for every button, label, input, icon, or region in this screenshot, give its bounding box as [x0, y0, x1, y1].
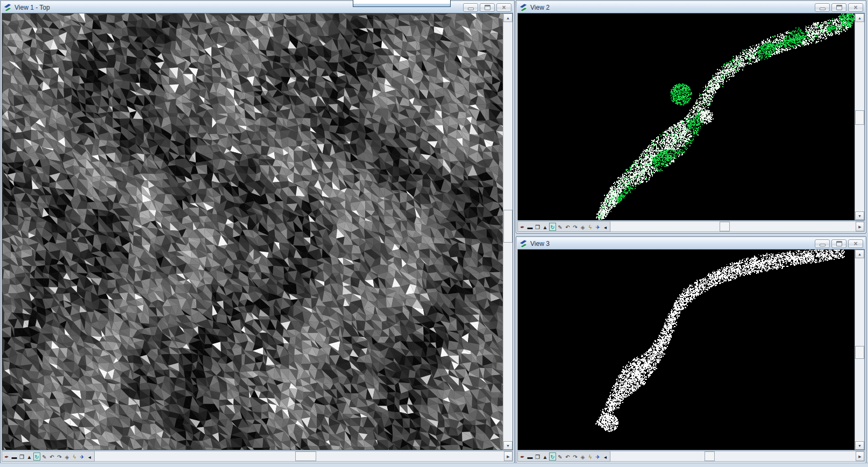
maximize-icon: [485, 5, 490, 10]
titlebar-view3[interactable]: View 3 ×: [517, 238, 865, 249]
fit-view-icon[interactable]: ▲: [542, 223, 549, 231]
scroll-right-button[interactable]: ▶: [856, 222, 864, 231]
window-area-icon[interactable]: ❐: [534, 223, 541, 231]
minimize-button[interactable]: [815, 239, 830, 248]
microstation-logo-icon[interactable]: [3, 3, 12, 12]
horizontal-scrollbar[interactable]: ▶: [610, 221, 865, 232]
view-window-3: View 3 × ▲▼ ✒▬❐▲↻✎↶↷◈ϟ✈◂ ▶: [516, 236, 866, 463]
close-button[interactable]: ×: [496, 3, 511, 12]
scroll-right-button[interactable]: ▶: [856, 451, 864, 461]
pan-view-icon[interactable]: ✎: [557, 223, 564, 231]
fly-view-icon[interactable]: ✈: [594, 452, 601, 461]
close-button[interactable]: ×: [848, 3, 863, 12]
window-title: View 1 - Top: [15, 4, 50, 11]
window-controls: ×: [463, 3, 511, 12]
update-view-icon[interactable]: ✒: [3, 452, 10, 461]
view-bottom-bar: ✒▬❐▲↻✎↶↷◈ϟ✈◂ ▶: [2, 451, 513, 462]
clip-volume-icon[interactable]: ϟ: [587, 223, 594, 231]
copy-view-icon[interactable]: ◈: [63, 452, 70, 461]
scroll-up-button[interactable]: ▲: [855, 13, 864, 22]
view-previous-icon[interactable]: ↶: [564, 223, 571, 231]
copy-view-icon[interactable]: ◈: [579, 223, 586, 231]
horizontal-scroll-thumb[interactable]: [295, 451, 316, 461]
microstation-logo-icon[interactable]: [519, 239, 528, 248]
horizontal-scrollbar[interactable]: ▶: [610, 451, 865, 462]
view-next-icon[interactable]: ↷: [572, 452, 579, 461]
viewport-canvas-view3[interactable]: [518, 250, 855, 450]
view-control-toolbar: ✒▬❐▲↻✎↶↷◈ϟ✈◂: [517, 451, 610, 462]
close-icon: ×: [853, 240, 857, 247]
horizontal-scrollbar[interactable]: ▶: [95, 451, 513, 462]
background-dialog-fragment[interactable]: [353, 0, 451, 7]
vertical-scrollbar[interactable]: ▲▼: [855, 250, 864, 450]
vertical-scroll-thumb[interactable]: [855, 346, 864, 359]
update-view-icon[interactable]: ✒: [519, 452, 526, 461]
clip-volume-icon[interactable]: ϟ: [71, 452, 78, 461]
view-bottom-bar: ✒▬❐▲↻✎↶↷◈ϟ✈◂ ▶: [517, 451, 865, 462]
view-previous-icon[interactable]: ↶: [48, 452, 55, 461]
rotate-view-icon[interactable]: ↻: [549, 452, 556, 461]
pan-view-icon[interactable]: ✎: [557, 452, 564, 461]
maximize-icon: [836, 5, 842, 10]
clip-volume-icon[interactable]: ϟ: [587, 452, 594, 461]
scroll-left-icon[interactable]: ◂: [602, 223, 609, 231]
view-previous-icon[interactable]: ↶: [564, 452, 571, 461]
fly-view-icon[interactable]: ✈: [79, 452, 86, 461]
view-bottom-bar: ✒▬❐▲↻✎↶↷◈ϟ✈◂ ▶: [517, 221, 865, 232]
scroll-left-icon[interactable]: ◂: [602, 452, 609, 461]
scroll-up-button[interactable]: ▲: [503, 13, 513, 22]
microstation-logo-icon[interactable]: [519, 3, 528, 12]
fit-view-icon[interactable]: ▲: [542, 452, 549, 461]
titlebar-view2[interactable]: View 2 ×: [517, 2, 865, 13]
fit-view-icon[interactable]: ▲: [26, 452, 33, 461]
viewport-frame: ▲▼: [517, 13, 865, 221]
viewport-frame: ▲▼: [2, 13, 513, 450]
window-controls: ×: [815, 239, 863, 248]
scroll-down-button[interactable]: ▼: [855, 441, 864, 450]
application-workspace: View 1 - Top × ▲▼ ✒▬❐▲↻✎↶↷◈ϟ✈◂ ▶ View 2 …: [0, 0, 868, 467]
window-title: View 2: [530, 4, 550, 11]
viewport-canvas-view2[interactable]: [518, 13, 855, 220]
update-view-icon[interactable]: ✒: [519, 223, 526, 231]
horizontal-scroll-thumb[interactable]: [720, 222, 730, 231]
maximize-button[interactable]: [480, 3, 495, 12]
minimize-icon: [820, 8, 826, 10]
viewport-frame: ▲▼: [517, 249, 865, 450]
rotate-view-icon[interactable]: ↻: [549, 223, 556, 231]
rotate-view-icon[interactable]: ↻: [33, 452, 40, 461]
scroll-down-button[interactable]: ▼: [503, 441, 513, 450]
scroll-left-icon[interactable]: ◂: [86, 452, 93, 461]
viewport-canvas-view1[interactable]: [2, 13, 503, 450]
close-icon: ×: [502, 4, 506, 11]
fly-view-icon[interactable]: ✈: [594, 223, 601, 231]
view-window-2: View 2 × ▲▼ ✒▬❐▲↻✎↶↷◈ϟ✈◂ ▶: [516, 0, 866, 234]
copy-view-icon[interactable]: ◈: [579, 452, 586, 461]
scroll-right-button[interactable]: ▶: [504, 451, 513, 461]
view-control-toolbar: ✒▬❐▲↻✎↶↷◈ϟ✈◂: [2, 451, 95, 462]
maximize-button[interactable]: [831, 239, 846, 248]
scroll-down-button[interactable]: ▼: [855, 211, 864, 220]
zoom-out-icon[interactable]: ▬: [527, 223, 533, 231]
vertical-scroll-thumb[interactable]: [503, 210, 513, 243]
zoom-out-icon[interactable]: ▬: [11, 452, 18, 461]
view-control-toolbar: ✒▬❐▲↻✎↶↷◈ϟ✈◂: [517, 221, 610, 232]
window-area-icon[interactable]: ❐: [18, 452, 25, 461]
window-area-icon[interactable]: ❐: [534, 452, 541, 461]
view-next-icon[interactable]: ↷: [56, 452, 63, 461]
scroll-up-button[interactable]: ▲: [855, 250, 864, 258]
minimize-button[interactable]: [815, 3, 830, 12]
pan-view-icon[interactable]: ✎: [41, 452, 48, 461]
horizontal-scroll-thumb[interactable]: [705, 451, 715, 461]
view-window-1: View 1 - Top × ▲▼ ✒▬❐▲↻✎↶↷◈ϟ✈◂ ▶: [0, 0, 515, 463]
view-next-icon[interactable]: ↷: [572, 223, 579, 231]
vertical-scrollbar[interactable]: ▲▼: [855, 13, 864, 220]
close-icon: ×: [853, 4, 857, 11]
maximize-button[interactable]: [831, 3, 846, 12]
vertical-scrollbar[interactable]: ▲▼: [503, 13, 513, 450]
minimize-button[interactable]: [463, 3, 478, 12]
window-title: View 3: [530, 240, 550, 247]
minimize-icon: [820, 244, 826, 246]
close-button[interactable]: ×: [848, 239, 863, 248]
zoom-out-icon[interactable]: ▬: [527, 452, 533, 461]
vertical-scroll-thumb[interactable]: [855, 110, 864, 125]
